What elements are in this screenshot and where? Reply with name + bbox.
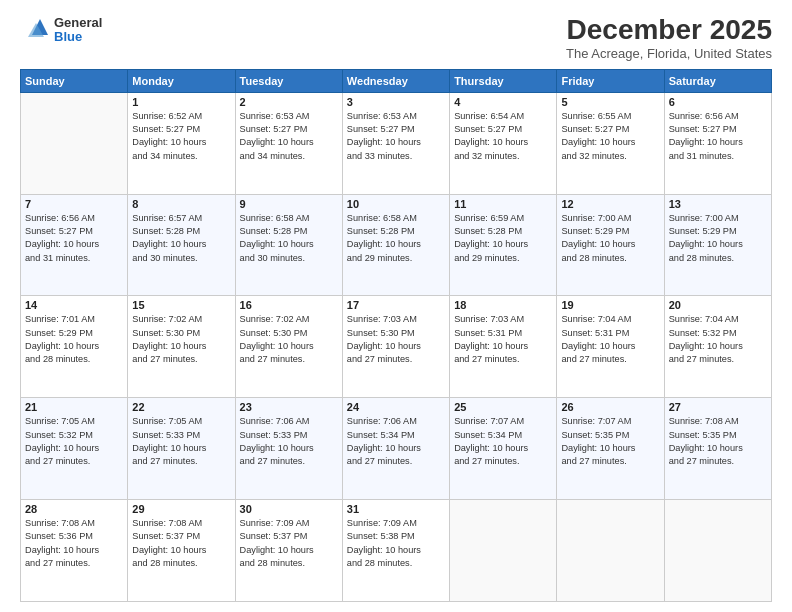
calendar-table: SundayMondayTuesdayWednesdayThursdayFrid… [20, 69, 772, 602]
day-number: 28 [25, 503, 123, 515]
day-number: 20 [669, 299, 767, 311]
subtitle: The Acreage, Florida, United States [566, 46, 772, 61]
calendar-cell: 17Sunrise: 7:03 AMSunset: 5:30 PMDayligh… [342, 296, 449, 398]
day-number: 17 [347, 299, 445, 311]
logo-icon [20, 15, 50, 45]
day-info: Sunrise: 7:06 AMSunset: 5:33 PMDaylight:… [240, 415, 338, 468]
day-number: 10 [347, 198, 445, 210]
day-info: Sunrise: 7:07 AMSunset: 5:35 PMDaylight:… [561, 415, 659, 468]
calendar-header-saturday: Saturday [664, 69, 771, 92]
day-info: Sunrise: 7:03 AMSunset: 5:31 PMDaylight:… [454, 313, 552, 366]
calendar-cell: 22Sunrise: 7:05 AMSunset: 5:33 PMDayligh… [128, 398, 235, 500]
day-number: 9 [240, 198, 338, 210]
day-info: Sunrise: 7:09 AMSunset: 5:37 PMDaylight:… [240, 517, 338, 570]
day-info: Sunrise: 6:56 AMSunset: 5:27 PMDaylight:… [25, 212, 123, 265]
week-row-2: 7Sunrise: 6:56 AMSunset: 5:27 PMDaylight… [21, 194, 772, 296]
calendar-cell: 9Sunrise: 6:58 AMSunset: 5:28 PMDaylight… [235, 194, 342, 296]
calendar-cell: 3Sunrise: 6:53 AMSunset: 5:27 PMDaylight… [342, 92, 449, 194]
calendar-header-sunday: Sunday [21, 69, 128, 92]
week-row-4: 21Sunrise: 7:05 AMSunset: 5:32 PMDayligh… [21, 398, 772, 500]
calendar-cell: 13Sunrise: 7:00 AMSunset: 5:29 PMDayligh… [664, 194, 771, 296]
day-number: 30 [240, 503, 338, 515]
day-info: Sunrise: 6:53 AMSunset: 5:27 PMDaylight:… [347, 110, 445, 163]
day-info: Sunrise: 7:05 AMSunset: 5:33 PMDaylight:… [132, 415, 230, 468]
day-info: Sunrise: 7:04 AMSunset: 5:31 PMDaylight:… [561, 313, 659, 366]
calendar-cell: 28Sunrise: 7:08 AMSunset: 5:36 PMDayligh… [21, 500, 128, 602]
day-number: 6 [669, 96, 767, 108]
calendar-cell: 21Sunrise: 7:05 AMSunset: 5:32 PMDayligh… [21, 398, 128, 500]
calendar-cell: 31Sunrise: 7:09 AMSunset: 5:38 PMDayligh… [342, 500, 449, 602]
day-info: Sunrise: 7:00 AMSunset: 5:29 PMDaylight:… [561, 212, 659, 265]
day-number: 27 [669, 401, 767, 413]
day-info: Sunrise: 7:09 AMSunset: 5:38 PMDaylight:… [347, 517, 445, 570]
day-info: Sunrise: 6:57 AMSunset: 5:28 PMDaylight:… [132, 212, 230, 265]
calendar-header-thursday: Thursday [450, 69, 557, 92]
title-block: December 2025 The Acreage, Florida, Unit… [566, 15, 772, 61]
calendar-cell: 11Sunrise: 6:59 AMSunset: 5:28 PMDayligh… [450, 194, 557, 296]
day-info: Sunrise: 7:03 AMSunset: 5:30 PMDaylight:… [347, 313, 445, 366]
calendar-cell: 14Sunrise: 7:01 AMSunset: 5:29 PMDayligh… [21, 296, 128, 398]
day-number: 1 [132, 96, 230, 108]
day-info: Sunrise: 7:08 AMSunset: 5:35 PMDaylight:… [669, 415, 767, 468]
calendar-cell: 1Sunrise: 6:52 AMSunset: 5:27 PMDaylight… [128, 92, 235, 194]
calendar-cell: 30Sunrise: 7:09 AMSunset: 5:37 PMDayligh… [235, 500, 342, 602]
day-number: 8 [132, 198, 230, 210]
day-info: Sunrise: 6:54 AMSunset: 5:27 PMDaylight:… [454, 110, 552, 163]
calendar-cell: 10Sunrise: 6:58 AMSunset: 5:28 PMDayligh… [342, 194, 449, 296]
day-info: Sunrise: 7:00 AMSunset: 5:29 PMDaylight:… [669, 212, 767, 265]
day-number: 15 [132, 299, 230, 311]
day-info: Sunrise: 6:55 AMSunset: 5:27 PMDaylight:… [561, 110, 659, 163]
day-number: 16 [240, 299, 338, 311]
logo-text: General Blue [54, 16, 102, 45]
calendar-cell: 8Sunrise: 6:57 AMSunset: 5:28 PMDaylight… [128, 194, 235, 296]
calendar-cell: 18Sunrise: 7:03 AMSunset: 5:31 PMDayligh… [450, 296, 557, 398]
calendar-cell: 6Sunrise: 6:56 AMSunset: 5:27 PMDaylight… [664, 92, 771, 194]
calendar-cell [557, 500, 664, 602]
calendar-cell [450, 500, 557, 602]
calendar-cell: 25Sunrise: 7:07 AMSunset: 5:34 PMDayligh… [450, 398, 557, 500]
day-info: Sunrise: 6:56 AMSunset: 5:27 PMDaylight:… [669, 110, 767, 163]
calendar-cell: 15Sunrise: 7:02 AMSunset: 5:30 PMDayligh… [128, 296, 235, 398]
calendar-cell: 5Sunrise: 6:55 AMSunset: 5:27 PMDaylight… [557, 92, 664, 194]
day-info: Sunrise: 7:05 AMSunset: 5:32 PMDaylight:… [25, 415, 123, 468]
calendar-cell: 24Sunrise: 7:06 AMSunset: 5:34 PMDayligh… [342, 398, 449, 500]
day-info: Sunrise: 7:01 AMSunset: 5:29 PMDaylight:… [25, 313, 123, 366]
day-info: Sunrise: 6:58 AMSunset: 5:28 PMDaylight:… [240, 212, 338, 265]
day-number: 23 [240, 401, 338, 413]
day-number: 19 [561, 299, 659, 311]
day-number: 24 [347, 401, 445, 413]
day-info: Sunrise: 7:06 AMSunset: 5:34 PMDaylight:… [347, 415, 445, 468]
calendar-cell: 27Sunrise: 7:08 AMSunset: 5:35 PMDayligh… [664, 398, 771, 500]
day-number: 5 [561, 96, 659, 108]
calendar-cell: 20Sunrise: 7:04 AMSunset: 5:32 PMDayligh… [664, 296, 771, 398]
calendar-cell: 26Sunrise: 7:07 AMSunset: 5:35 PMDayligh… [557, 398, 664, 500]
logo-general-text: General [54, 16, 102, 30]
calendar-cell: 12Sunrise: 7:00 AMSunset: 5:29 PMDayligh… [557, 194, 664, 296]
day-info: Sunrise: 7:08 AMSunset: 5:36 PMDaylight:… [25, 517, 123, 570]
day-number: 7 [25, 198, 123, 210]
calendar-cell: 7Sunrise: 6:56 AMSunset: 5:27 PMDaylight… [21, 194, 128, 296]
day-number: 2 [240, 96, 338, 108]
day-info: Sunrise: 7:02 AMSunset: 5:30 PMDaylight:… [132, 313, 230, 366]
calendar-header-tuesday: Tuesday [235, 69, 342, 92]
day-info: Sunrise: 6:58 AMSunset: 5:28 PMDaylight:… [347, 212, 445, 265]
day-number: 25 [454, 401, 552, 413]
calendar-cell: 4Sunrise: 6:54 AMSunset: 5:27 PMDaylight… [450, 92, 557, 194]
day-number: 3 [347, 96, 445, 108]
day-number: 12 [561, 198, 659, 210]
day-info: Sunrise: 6:53 AMSunset: 5:27 PMDaylight:… [240, 110, 338, 163]
day-number: 13 [669, 198, 767, 210]
calendar-header-wednesday: Wednesday [342, 69, 449, 92]
calendar-cell [21, 92, 128, 194]
day-info: Sunrise: 7:04 AMSunset: 5:32 PMDaylight:… [669, 313, 767, 366]
calendar-header-row: SundayMondayTuesdayWednesdayThursdayFrid… [21, 69, 772, 92]
logo: General Blue [20, 15, 102, 45]
calendar-cell: 16Sunrise: 7:02 AMSunset: 5:30 PMDayligh… [235, 296, 342, 398]
logo-blue-text: Blue [54, 30, 102, 44]
week-row-5: 28Sunrise: 7:08 AMSunset: 5:36 PMDayligh… [21, 500, 772, 602]
day-number: 26 [561, 401, 659, 413]
page: General Blue December 2025 The Acreage, … [0, 0, 792, 612]
calendar-cell: 23Sunrise: 7:06 AMSunset: 5:33 PMDayligh… [235, 398, 342, 500]
calendar-header-monday: Monday [128, 69, 235, 92]
day-number: 14 [25, 299, 123, 311]
